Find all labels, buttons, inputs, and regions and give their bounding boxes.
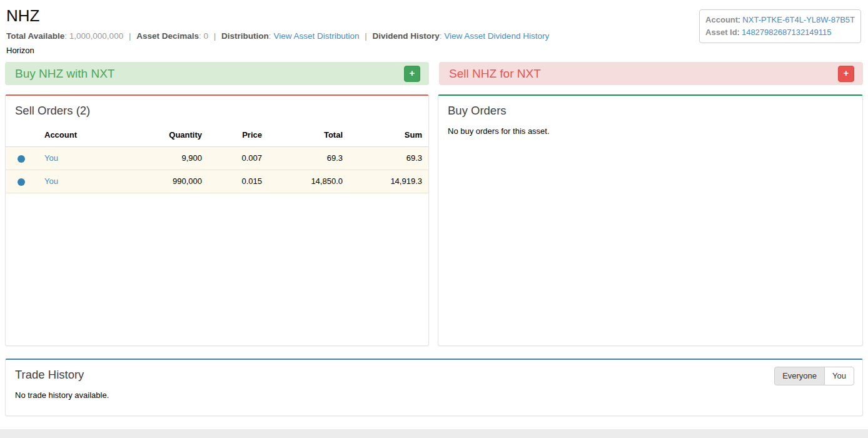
asset-description: Horizon [6, 46, 862, 56]
order-account-link[interactable]: You [44, 176, 58, 186]
order-book: Sell Orders (2) Account Quantity Price T… [5, 94, 863, 346]
order-marker-icon [18, 155, 25, 163]
trade-history-title: Trade History [15, 368, 853, 382]
account-label: Account [705, 15, 738, 24]
sell-orders-header-row: Account Quantity Price Total Sum [6, 124, 428, 147]
order-price: 0.007 [202, 147, 262, 170]
colon: : [199, 31, 201, 41]
buy-order-bar: Buy NHZ with NXT + [5, 62, 429, 85]
separator: | [129, 31, 131, 41]
sell-order-bar: Sell NHZ for NXT + [439, 62, 863, 85]
view-asset-distribution-link[interactable]: View Asset Distribution [273, 31, 359, 41]
separator: | [214, 31, 216, 41]
separator: | [365, 31, 367, 41]
colon: : [64, 31, 67, 41]
plus-icon: + [844, 68, 849, 78]
order-total: 69.3 [262, 147, 343, 170]
trade-history-panel: Trade History No trade history available… [5, 359, 863, 416]
sell-orders-panel: Sell Orders (2) Account Quantity Price T… [5, 94, 429, 346]
sell-order-row[interactable]: You 9,900 0.007 69.3 69.3 [6, 147, 428, 170]
trade-history-filter-you[interactable]: You [824, 367, 854, 385]
account-link[interactable]: NXT-PTKE-6T4L-YL8W-87B5T [742, 15, 855, 24]
sell-order-row[interactable]: You 990,000 0.015 14,850.0 14,919.3 [6, 170, 428, 193]
dividend-history-label: Dividend History [373, 31, 440, 41]
buy-orders-empty-message: No buy orders for this asset. [448, 126, 853, 136]
buy-orders-title: Buy Orders [448, 104, 853, 118]
asset-id-link[interactable]: 14827982687132149115 [742, 28, 832, 37]
account-row: Account: NXT-PTKE-6T4L-YL8W-87B5T [705, 14, 855, 26]
sell-orders-table: Account Quantity Price Total Sum You 9,9… [6, 124, 428, 193]
colon: : [440, 31, 442, 41]
order-quantity: 9,900 [127, 147, 202, 170]
asset-exchange-page: NHZ Total Available: 1,000,000,000 | Ass… [0, 0, 868, 429]
order-sum: 69.3 [343, 147, 428, 170]
asset-id-label: Asset Id [705, 28, 737, 37]
sell-order-bar-title: Sell NHZ for NXT [449, 68, 541, 79]
order-form-bars: Buy NHZ with NXT + Sell NHZ for NXT + [5, 62, 863, 85]
trade-history-filter-group: Everyone You [774, 367, 854, 385]
account-column-header: Account [39, 124, 127, 147]
trade-history-empty-message: No trade history available. [15, 390, 853, 400]
price-column-header: Price [202, 124, 262, 147]
sum-column-header: Sum [343, 124, 428, 147]
buy-order-bar-title: Buy NHZ with NXT [15, 68, 114, 79]
order-price: 0.015 [202, 170, 262, 193]
colon: : [738, 15, 740, 24]
trade-history-filter-everyone[interactable]: Everyone [774, 367, 825, 385]
plus-icon: + [410, 68, 415, 78]
marker-column-header [6, 124, 39, 147]
add-sell-order-button[interactable]: + [838, 66, 854, 82]
order-total: 14,850.0 [262, 170, 343, 193]
asset-decimals-value: 0 [204, 31, 209, 41]
asset-id-row: Asset Id: 14827982687132149115 [705, 26, 855, 39]
order-marker-icon [18, 178, 25, 186]
order-quantity: 990,000 [127, 170, 202, 193]
add-buy-order-button[interactable]: + [404, 66, 420, 82]
account-info-box: Account: NXT-PTKE-6T4L-YL8W-87B5T Asset … [699, 9, 861, 43]
colon: : [269, 31, 271, 41]
total-available-value: 1,000,000,000 [69, 31, 123, 41]
view-asset-dividend-history-link[interactable]: View Asset Dividend History [444, 31, 549, 41]
buy-orders-panel: Buy Orders No buy orders for this asset. [438, 94, 863, 346]
order-account-link[interactable]: You [44, 153, 58, 163]
sell-orders-title: Sell Orders (2) [15, 104, 419, 118]
distribution-label: Distribution [221, 31, 269, 41]
colon: : [737, 28, 740, 37]
order-sum: 14,919.3 [343, 170, 428, 193]
quantity-column-header: Quantity [127, 124, 202, 147]
total-available-label: Total Available [6, 31, 64, 41]
asset-decimals-label: Asset Decimals [136, 31, 199, 41]
total-column-header: Total [262, 124, 343, 147]
